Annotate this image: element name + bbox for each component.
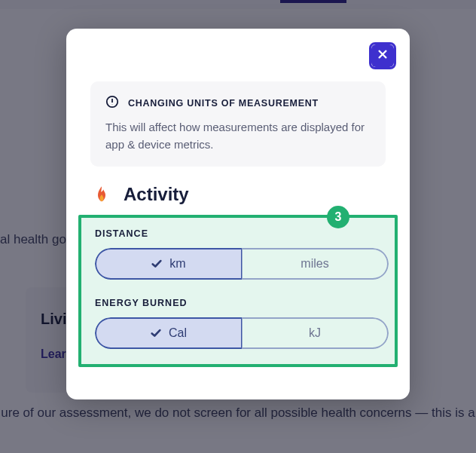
distance-label: DISTANCE: [95, 228, 381, 239]
alert-icon: [105, 95, 119, 112]
close-button-focus-ring: [369, 42, 396, 69]
bg-active-tab-underline: [280, 0, 346, 3]
note-desc: This will affect how measurements are di…: [105, 119, 371, 153]
section-title: Activity: [124, 184, 189, 205]
check-icon: [151, 328, 161, 338]
section-head: Activity: [90, 183, 386, 206]
energy-option-kj[interactable]: kJ: [242, 317, 389, 349]
distance-option-km-label: km: [169, 257, 185, 271]
energy-option-cal-label: Cal: [169, 326, 187, 340]
check-icon: [151, 259, 162, 269]
highlighted-settings-group: 3 DISTANCE km miles ENERGY BURNED Cal kJ: [78, 215, 398, 367]
energy-label: ENERGY BURNED: [95, 298, 381, 308]
distance-option-miles-label: miles: [301, 257, 328, 271]
close-button[interactable]: [371, 44, 394, 67]
bg-top-bar: [0, 0, 476, 9]
distance-option-km[interactable]: km: [95, 248, 242, 280]
distance-segmented-control: km miles: [95, 248, 389, 280]
energy-segmented-control: Cal kJ: [95, 317, 389, 349]
info-note: CHANGING UNITS OF MEASUREMENT This will …: [90, 81, 386, 167]
energy-option-kj-label: kJ: [309, 326, 321, 340]
energy-option-cal[interactable]: Cal: [95, 317, 242, 349]
close-icon: [377, 49, 388, 63]
note-title: CHANGING UNITS OF MEASUREMENT: [128, 98, 319, 109]
bg-footer-text: ure of our assessment, we do not screen …: [0, 406, 476, 421]
flame-icon: [90, 183, 113, 206]
svg-point-2: [112, 104, 113, 105]
distance-option-miles[interactable]: miles: [242, 248, 389, 280]
units-modal: CHANGING UNITS OF MEASUREMENT This will …: [66, 29, 410, 399]
step-badge: 3: [327, 206, 349, 228]
bg-goal-text: al health goa: [0, 232, 73, 247]
